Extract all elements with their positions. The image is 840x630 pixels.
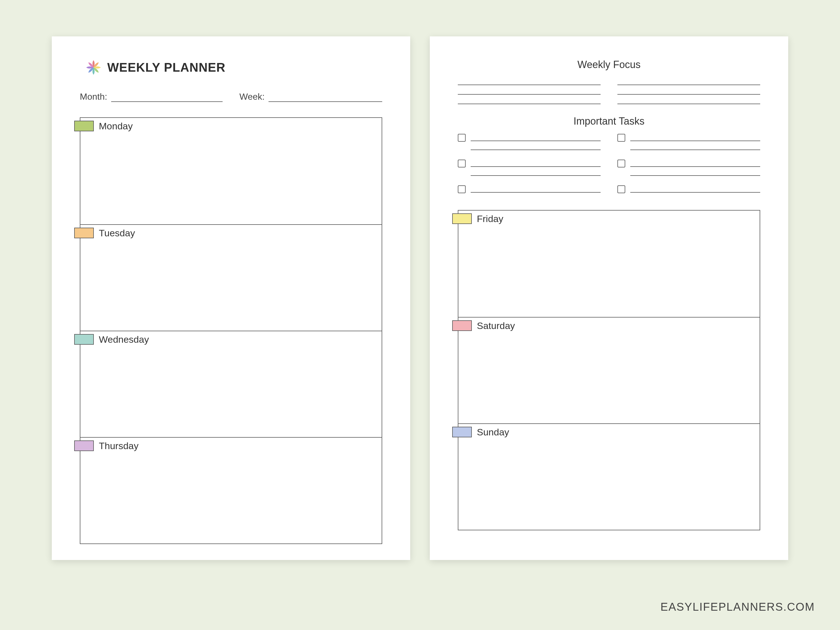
day-cell-monday[interactable]: Monday — [81, 118, 382, 224]
title-row: WEEKLY PLANNER — [85, 59, 382, 76]
swatch-sunday — [452, 427, 472, 437]
week-input-line[interactable] — [268, 93, 382, 102]
month-field[interactable]: Month: — [80, 92, 223, 102]
swatch-thursday — [74, 441, 94, 451]
day-cell-thursday[interactable]: Thursday — [81, 437, 382, 543]
watermark: EASYLIFEPLANNERS.COM — [660, 601, 815, 613]
day-cell-wednesday[interactable]: Wednesday — [81, 331, 382, 437]
task-line[interactable] — [630, 167, 760, 176]
swatch-wednesday — [74, 334, 94, 345]
focus-line[interactable] — [458, 95, 601, 104]
task-line[interactable] — [630, 184, 760, 193]
swatch-saturday — [452, 321, 472, 331]
day-label: Thursday — [99, 441, 139, 452]
task-line[interactable] — [471, 141, 601, 150]
day-cell-friday[interactable]: Friday — [458, 210, 759, 317]
focus-line[interactable] — [617, 76, 760, 85]
day-label: Sunday — [477, 427, 509, 437]
planner-left-page: WEEKLY PLANNER Month: Week: Monday — [52, 36, 410, 560]
task-line[interactable] — [471, 184, 601, 193]
task-line[interactable] — [471, 167, 601, 176]
week-label: Week: — [239, 92, 265, 102]
left-day-grid: Monday Tuesday Wednesday Thursday — [80, 117, 382, 544]
focus-line[interactable] — [458, 76, 601, 85]
pinwheel-logo-icon — [85, 59, 102, 76]
weekly-focus-title: Weekly Focus — [458, 59, 760, 71]
day-cell-saturday[interactable]: Saturday — [458, 317, 759, 423]
day-label: Monday — [99, 121, 133, 132]
month-label: Month: — [80, 92, 107, 102]
swatch-tuesday — [74, 227, 94, 238]
important-tasks-title: Important Tasks — [458, 115, 760, 127]
week-field[interactable]: Week: — [239, 92, 382, 102]
focus-line[interactable] — [458, 85, 601, 95]
task-line[interactable] — [471, 158, 601, 167]
meta-row: Month: Week: — [80, 92, 382, 102]
important-tasks-grid — [458, 132, 760, 196]
right-day-grid: Friday Saturday Sunday — [458, 210, 760, 531]
day-label: Tuesday — [99, 227, 135, 238]
checkbox-icon[interactable] — [617, 159, 625, 167]
focus-line[interactable] — [617, 95, 760, 104]
task-line[interactable] — [630, 141, 760, 150]
checkbox-icon[interactable] — [458, 134, 466, 142]
planner-right-page: Weekly Focus Important Tasks — [430, 36, 788, 560]
checkbox-icon[interactable] — [617, 185, 625, 193]
checkbox-icon[interactable] — [458, 185, 466, 193]
focus-line[interactable] — [617, 85, 760, 95]
task-line[interactable] — [471, 132, 601, 141]
day-cell-tuesday[interactable]: Tuesday — [81, 224, 382, 331]
task-line[interactable] — [630, 158, 760, 167]
day-label: Friday — [477, 213, 503, 224]
task-item[interactable] — [458, 132, 601, 150]
task-line[interactable] — [630, 132, 760, 141]
task-item[interactable] — [617, 132, 760, 150]
checkbox-icon[interactable] — [458, 159, 466, 167]
task-item[interactable] — [617, 184, 760, 193]
month-input-line[interactable] — [111, 93, 223, 102]
task-item[interactable] — [458, 158, 601, 176]
day-label: Wednesday — [99, 334, 149, 345]
weekly-focus-lines[interactable] — [458, 76, 760, 104]
task-item[interactable] — [617, 158, 760, 176]
day-cell-sunday[interactable]: Sunday — [458, 423, 759, 530]
swatch-monday — [74, 121, 94, 131]
checkbox-icon[interactable] — [617, 134, 625, 142]
swatch-friday — [452, 213, 472, 224]
task-item[interactable] — [458, 184, 601, 193]
day-label: Saturday — [477, 321, 515, 331]
page-title: WEEKLY PLANNER — [107, 60, 226, 74]
